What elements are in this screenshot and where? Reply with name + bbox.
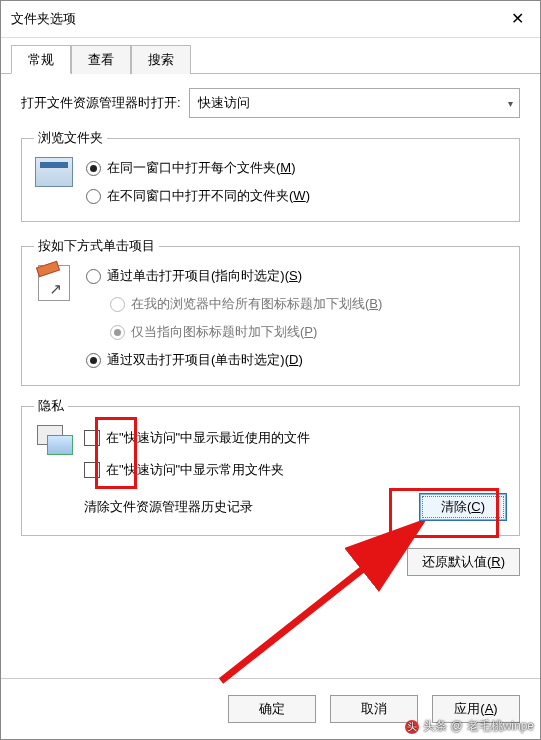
ok-button[interactable]: 确定 xyxy=(228,695,316,723)
radio-icon xyxy=(86,353,101,368)
open-explorer-to-select[interactable]: 快速访问 ▾ xyxy=(189,88,520,118)
open-explorer-to-label: 打开文件资源管理器时打开: xyxy=(21,94,181,112)
radio-same-window[interactable]: 在同一窗口中打开每个文件夹(M) xyxy=(86,159,507,177)
group-privacy-title: 隐私 xyxy=(34,397,68,415)
browse-folders-icon xyxy=(35,157,73,187)
radio-icon xyxy=(110,297,125,312)
watermark: 头 头条 @ 老毛桃winpe xyxy=(405,718,534,735)
checkbox-show-frequent[interactable]: 在"快速访问"中显示常用文件夹 xyxy=(84,461,507,479)
group-browse-folders-title: 浏览文件夹 xyxy=(34,129,107,147)
checkbox-show-recent-label: 在"快速访问"中显示最近使用的文件 xyxy=(106,429,310,447)
folder-options-dialog: 文件夹选项 ✕ 常规 查看 搜索 打开文件资源管理器时打开: 快速访问 ▾ 浏览… xyxy=(0,0,541,740)
checkbox-show-frequent-label: 在"快速访问"中显示常用文件夹 xyxy=(106,461,284,479)
tab-search[interactable]: 搜索 xyxy=(131,45,191,74)
checkbox-icon xyxy=(84,462,100,478)
group-browse-folders: 浏览文件夹 在同一窗口中打开每个文件夹(M) 在不同窗口中打开不同的文件夹(W) xyxy=(21,138,520,222)
group-click-items-title: 按如下方式单击项目 xyxy=(34,237,159,255)
close-icon[interactable]: ✕ xyxy=(505,9,530,29)
watermark-prefix: 头条 @ xyxy=(423,718,463,735)
radio-double-click[interactable]: 通过双击打开项目(单击时选定)(D) xyxy=(86,351,507,369)
group-privacy: 隐私 在"快速访问"中显示最近使用的文件 在"快速访问"中显示常用文件夹 xyxy=(21,406,520,536)
radio-same-window-label: 在同一窗口中打开每个文件夹(M) xyxy=(107,159,296,177)
checkbox-show-recent[interactable]: 在"快速访问"中显示最近使用的文件 xyxy=(84,429,507,447)
click-items-icon xyxy=(38,265,70,301)
radio-underline-all: 在我的浏览器中给所有图标标题加下划线(B) xyxy=(110,295,507,313)
restore-defaults-row: 还原默认值(R) xyxy=(21,548,520,576)
radio-new-window[interactable]: 在不同窗口中打开不同的文件夹(W) xyxy=(86,187,507,205)
tabstrip: 常规 查看 搜索 xyxy=(1,38,540,74)
privacy-icon xyxy=(37,425,71,455)
watermark-icon: 头 xyxy=(405,720,419,734)
restore-defaults-button[interactable]: 还原默认值(R) xyxy=(407,548,520,576)
radio-new-window-label: 在不同窗口中打开不同的文件夹(W) xyxy=(107,187,310,205)
tab-general[interactable]: 常规 xyxy=(11,45,71,74)
tab-view[interactable]: 查看 xyxy=(71,45,131,74)
radio-icon xyxy=(110,325,125,340)
radio-single-click[interactable]: 通过单击打开项目(指向时选定)(S) xyxy=(86,267,507,285)
radio-icon xyxy=(86,189,101,204)
dialog-title: 文件夹选项 xyxy=(11,10,76,28)
checkbox-icon xyxy=(84,430,100,446)
radio-underline-hover: 仅当指向图标标题时加下划线(P) xyxy=(110,323,507,341)
clear-button[interactable]: 清除(C) xyxy=(419,493,507,521)
radio-icon xyxy=(86,161,101,176)
open-explorer-to-row: 打开文件资源管理器时打开: 快速访问 ▾ xyxy=(21,88,520,118)
radio-underline-hover-label: 仅当指向图标标题时加下划线(P) xyxy=(131,323,317,341)
clear-history-label: 清除文件资源管理器历史记录 xyxy=(84,498,253,516)
radio-double-click-label: 通过双击打开项目(单击时选定)(D) xyxy=(107,351,303,369)
watermark-text: 老毛桃winpe xyxy=(467,718,534,735)
dialog-body: 打开文件资源管理器时打开: 快速访问 ▾ 浏览文件夹 在同一窗口中打开每个文件夹… xyxy=(1,74,540,678)
radio-single-click-label: 通过单击打开项目(指向时选定)(S) xyxy=(107,267,302,285)
open-explorer-to-value: 快速访问 xyxy=(198,94,250,112)
chevron-down-icon: ▾ xyxy=(508,98,513,109)
group-click-items: 按如下方式单击项目 通过单击打开项目(指向时选定)(S) 在我的浏览器中给所有图… xyxy=(21,246,520,386)
radio-underline-all-label: 在我的浏览器中给所有图标标题加下划线(B) xyxy=(131,295,382,313)
titlebar: 文件夹选项 ✕ xyxy=(1,1,540,38)
radio-icon xyxy=(86,269,101,284)
